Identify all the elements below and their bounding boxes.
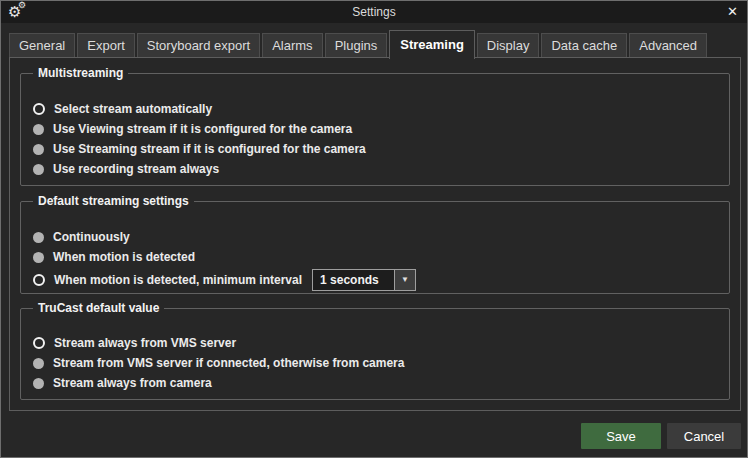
radio-unselected-icon (33, 124, 44, 135)
cancel-button[interactable]: Cancel (667, 423, 741, 449)
tab-bar: General Export Storyboard export Alarms … (9, 30, 709, 58)
tab-content-panel: Multistreaming Select stream automatical… (9, 57, 741, 411)
tab-storyboard-export[interactable]: Storyboard export (137, 33, 260, 58)
tab-streaming[interactable]: Streaming (389, 30, 475, 59)
save-button[interactable]: Save (581, 423, 661, 449)
tab-plugins[interactable]: Plugins (325, 33, 388, 58)
window-title: Settings (1, 1, 747, 23)
radio-selected-icon (33, 274, 45, 286)
radio-label: When motion is detected, minimum interva… (54, 273, 302, 287)
radio-label: Stream always from VMS server (54, 336, 236, 350)
close-icon[interactable]: ✕ (727, 1, 738, 23)
group-title: Default streaming settings (33, 194, 194, 209)
radio-unselected-icon (33, 378, 44, 389)
radio-stream-always-camera[interactable]: Stream always from camera (33, 373, 717, 393)
radio-selected-icon (33, 103, 45, 115)
group-multistreaming: Multistreaming Select stream automatical… (20, 73, 730, 186)
radio-when-motion-detected[interactable]: When motion is detected (33, 247, 717, 267)
tab-general[interactable]: General (9, 33, 75, 58)
interval-dropdown-value: 1 seconds (313, 270, 394, 290)
tab-data-cache[interactable]: Data cache (541, 33, 627, 58)
interval-dropdown[interactable]: 1 seconds ▼ (312, 269, 416, 291)
group-trucast-default-value: TruCast default value Stream always from… (20, 308, 730, 400)
group-title: Multistreaming (33, 66, 128, 81)
radio-unselected-icon (33, 144, 44, 155)
tab-export[interactable]: Export (77, 33, 135, 58)
radio-label: Use recording stream always (53, 162, 219, 176)
radio-label: Stream from VMS server if connected, oth… (53, 356, 404, 370)
radio-unselected-icon (33, 358, 44, 369)
group-title: TruCast default value (33, 301, 164, 316)
radio-stream-vms-otherwise-camera[interactable]: Stream from VMS server if connected, oth… (33, 353, 717, 373)
tab-advanced[interactable]: Advanced (629, 33, 707, 58)
radio-group-trucast: Stream always from VMS server Stream fro… (21, 309, 729, 393)
radio-unselected-icon (33, 252, 44, 263)
radio-label: Use Streaming stream if it is configured… (53, 142, 366, 156)
radio-label: Continuously (53, 230, 130, 244)
radio-group-default-streaming: Continuously When motion is detected Whe… (21, 202, 729, 293)
radio-use-recording-stream[interactable]: Use recording stream always (33, 159, 717, 179)
radio-unselected-icon (33, 232, 44, 243)
radio-use-streaming-stream[interactable]: Use Streaming stream if it is configured… (33, 139, 717, 159)
radio-continuously[interactable]: Continuously (33, 227, 717, 247)
radio-unselected-icon (33, 164, 44, 175)
radio-when-motion-detected-min-interval[interactable]: When motion is detected, minimum interva… (33, 267, 717, 293)
radio-label: Use Viewing stream if it is configured f… (53, 122, 352, 136)
group-default-streaming-settings: Default streaming settings Continuously … (20, 201, 730, 294)
radio-label: Select stream automatically (54, 102, 212, 116)
radio-select-stream-automatically[interactable]: Select stream automatically (33, 99, 717, 119)
tab-alarms[interactable]: Alarms (262, 33, 322, 58)
radio-label: Stream always from camera (53, 376, 212, 390)
radio-group-multistreaming: Select stream automatically Use Viewing … (21, 74, 729, 179)
radio-stream-always-vms[interactable]: Stream always from VMS server (33, 333, 717, 353)
radio-use-viewing-stream[interactable]: Use Viewing stream if it is configured f… (33, 119, 717, 139)
chevron-down-icon[interactable]: ▼ (394, 270, 415, 290)
title-bar: ⚙ ⚙ Settings ✕ (1, 1, 747, 23)
radio-selected-icon (33, 337, 45, 349)
settings-dialog: ⚙ ⚙ Settings ✕ General Export Storyboard… (0, 0, 748, 458)
tab-display[interactable]: Display (477, 33, 540, 58)
radio-label: When motion is detected (53, 250, 195, 264)
